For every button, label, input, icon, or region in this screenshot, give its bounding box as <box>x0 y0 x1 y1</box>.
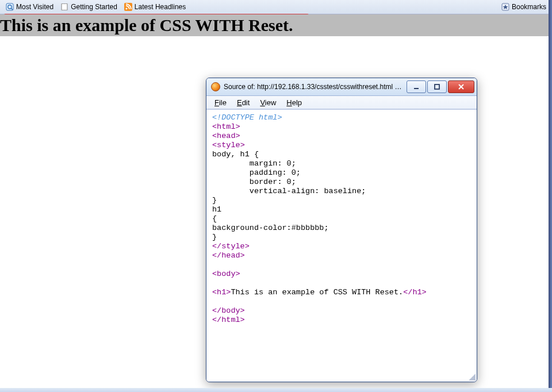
rss-icon <box>124 3 132 11</box>
menu-help[interactable]: Help <box>282 97 306 108</box>
bookmark-label: Getting Started <box>71 3 117 11</box>
bookmarks-menu[interactable]: Bookmarks <box>498 2 550 12</box>
source-viewer-window: Source of: http://192.168.1.33/csstest/c… <box>206 78 477 382</box>
most-visited-icon <box>6 3 14 11</box>
menu-file[interactable]: File <box>210 97 231 108</box>
menu-view[interactable]: View <box>255 97 281 108</box>
source-body[interactable]: <!DOCTYPE html> <html> <head> <style> bo… <box>206 109 477 382</box>
bookmarks-icon <box>501 3 509 11</box>
window-frame-right <box>549 0 552 392</box>
svg-rect-10 <box>435 84 439 89</box>
bookmark-label: Most Visited <box>16 3 53 11</box>
bookmark-label: Latest Headlines <box>135 3 186 11</box>
close-button[interactable] <box>448 80 474 93</box>
bookmarks-toolbar: Most Visited Getting Started Latest Head… <box>0 0 552 14</box>
page-icon <box>60 3 68 11</box>
bookmark-item-latest-headlines[interactable]: Latest Headlines <box>121 2 189 12</box>
source-title: Source of: http://192.168.1.33/csstest/c… <box>224 83 402 91</box>
source-titlebar[interactable]: Source of: http://192.168.1.33/csstest/c… <box>206 78 477 96</box>
page-heading: This is an example of CSS WITH Reset. <box>0 14 549 36</box>
resize-grip-icon[interactable] <box>467 372 476 381</box>
source-code: <!DOCTYPE html> <html> <head> <style> bo… <box>206 110 477 328</box>
svg-point-6 <box>125 7 127 9</box>
firefox-icon <box>211 82 220 91</box>
minimize-button[interactable] <box>407 80 426 93</box>
bookmark-item-most-visited[interactable]: Most Visited <box>2 2 57 12</box>
menu-edit[interactable]: Edit <box>232 97 254 108</box>
maximize-button[interactable] <box>427 80 447 93</box>
bookmarks-menu-label: Bookmarks <box>512 3 546 11</box>
window-frame-bottom <box>0 388 552 392</box>
source-menubar: File Edit View Help <box>206 96 477 109</box>
svg-rect-3 <box>62 4 67 10</box>
window-buttons <box>405 80 474 93</box>
bookmark-item-getting-started[interactable]: Getting Started <box>57 2 121 12</box>
